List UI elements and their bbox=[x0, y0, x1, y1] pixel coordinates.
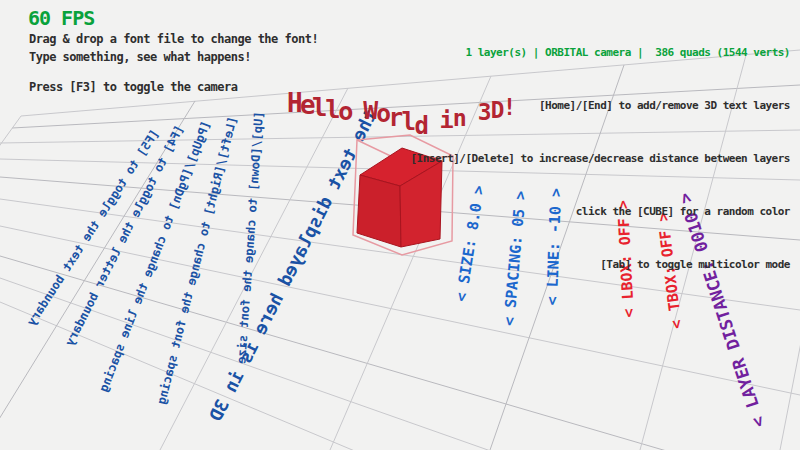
fps-counter: 60 FPS bbox=[28, 6, 94, 30]
status-line: 1 layer(s) | ORBITAL camera | 386 quads … bbox=[410, 45, 790, 60]
hint-toggle-camera: Press [F3] to toggle the camera bbox=[29, 80, 237, 94]
hint-cube-color: click the [CUBE] for a random color bbox=[410, 204, 790, 219]
hint-layer-distance: [Insert]/[Delete] to increase/decrease d… bbox=[410, 151, 790, 166]
hud-right-block: 1 layer(s) | ORBITAL camera | 386 quads … bbox=[410, 7, 790, 310]
hint-multicolor-mode: [Tab] to toggle multicolor mode bbox=[410, 257, 790, 272]
hint-type-something: Type something, see what happens! bbox=[29, 50, 251, 64]
scene-viewport[interactable]: [F5] to toggle the text boundary [F4] to… bbox=[0, 0, 800, 450]
hint-add-remove-layers: [Home]/[End] to add/remove 3D text layer… bbox=[410, 98, 790, 113]
hint-drag-drop: Drag & drop a font file to change the fo… bbox=[29, 32, 318, 46]
